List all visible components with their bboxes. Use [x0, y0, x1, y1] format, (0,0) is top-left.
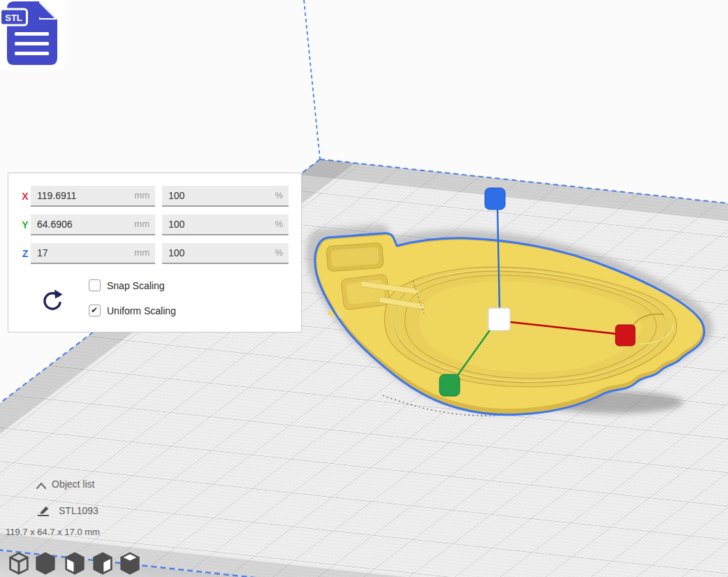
reset-scale-button[interactable]	[41, 288, 66, 313]
scale-handle-x[interactable]	[616, 325, 635, 346]
scale-handle-z[interactable]	[485, 188, 505, 210]
stl-file-icon: STL	[0, 0, 64, 70]
top-view-cube-icon	[64, 549, 85, 577]
scale-row-x: X mm %	[8, 186, 301, 207]
x-percent-input[interactable]	[162, 186, 289, 205]
left-side-view-button[interactable]	[92, 549, 113, 577]
object-item-name: STL1093	[59, 504, 99, 518]
scale-handle-y[interactable]	[439, 374, 460, 396]
right-side-view-button[interactable]	[119, 549, 140, 577]
z-percent-unit: %	[275, 243, 283, 263]
y-percent-input[interactable]	[162, 214, 289, 234]
model-dimensions: 119.7 x 64.7 x 17.0 mm	[0, 525, 182, 539]
z-percent-input[interactable]	[162, 243, 289, 263]
uniform-scaling-label: Uniform Scaling	[107, 305, 176, 317]
stl-badge-label: STL	[5, 13, 22, 23]
object-list-item[interactable]: STL1093	[0, 504, 182, 518]
left-side-view-cube-icon	[92, 549, 113, 577]
z-percent-field: %	[162, 243, 289, 264]
uniform-scaling-checkbox[interactable]	[89, 305, 101, 316]
z-axis-label: Z	[20, 243, 31, 264]
snap-scaling-label: Snap Scaling	[107, 279, 165, 292]
application-window: STL X mm % Y mm %	[0, 0, 728, 577]
y-percent-unit: %	[275, 214, 283, 234]
3d-view-cube-icon	[8, 549, 29, 577]
chevron-up-icon	[35, 480, 48, 492]
scale-row-y: Y mm %	[8, 214, 301, 235]
x-size-unit: mm	[134, 186, 150, 205]
y-size-field: mm	[31, 214, 155, 235]
scale-tool-panel: X mm % Y mm % Z mm	[8, 173, 302, 333]
y-size-unit: mm	[134, 214, 150, 234]
y-axis-label: Y	[20, 214, 31, 235]
3d-view-button[interactable]	[8, 549, 29, 577]
z-size-field: mm	[31, 243, 155, 264]
front-view-button[interactable]	[35, 549, 56, 577]
object-list-label: Object list	[52, 477, 94, 491]
x-axis-label: X	[20, 186, 31, 207]
x-size-field: mm	[31, 186, 155, 207]
top-view-button[interactable]	[64, 549, 85, 577]
x-percent-field: %	[162, 186, 289, 207]
reset-rotate-ccw-icon	[41, 288, 66, 313]
object-list-toggle[interactable]: Object list	[0, 477, 182, 491]
snap-scaling-checkbox[interactable]	[89, 279, 101, 291]
right-side-view-cube-icon	[119, 549, 140, 577]
model-dimensions-label: 119.7 x 64.7 x 17.0 mm	[6, 525, 100, 539]
y-percent-field: %	[162, 214, 289, 235]
pencil-icon	[36, 505, 50, 520]
x-percent-unit: %	[275, 186, 283, 205]
scale-row-z: Z mm %	[8, 243, 301, 264]
front-view-cube-icon	[35, 549, 56, 577]
scale-handle-center[interactable]	[488, 308, 510, 330]
stl-document-icon: STL	[0, 0, 64, 70]
z-size-unit: mm	[134, 243, 150, 263]
